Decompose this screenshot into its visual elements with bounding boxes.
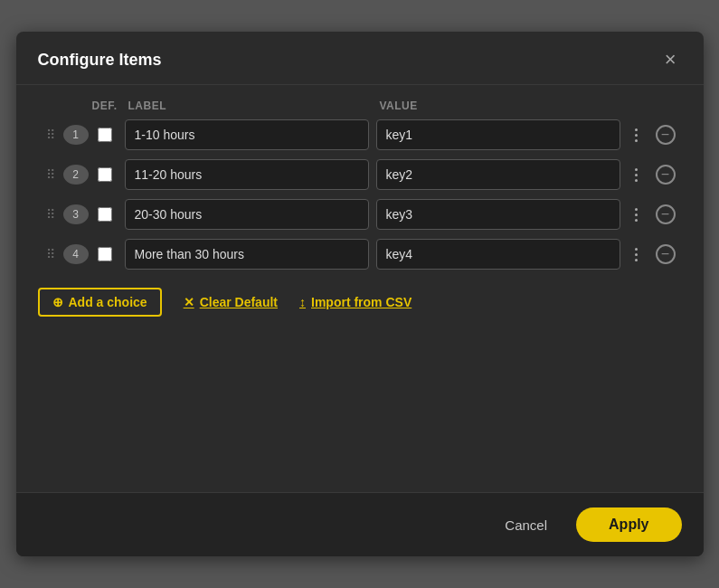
import-csv-button[interactable]: ↕ Import from CSV bbox=[299, 295, 412, 309]
add-choice-button[interactable]: ⊕ Add a choice bbox=[38, 288, 162, 317]
value-input[interactable] bbox=[376, 159, 620, 190]
row-menu-button[interactable] bbox=[624, 205, 649, 223]
modal-body: DEF. LABEL VALUE ⠿ 1 − bbox=[16, 85, 704, 492]
table-row: ⠿ 1 − bbox=[38, 119, 682, 150]
default-checkbox-cell bbox=[89, 207, 121, 222]
delete-cell: − bbox=[649, 244, 682, 264]
minus-circle-icon: − bbox=[656, 165, 676, 185]
import-icon: ↕ bbox=[299, 295, 306, 309]
kebab-icon bbox=[635, 245, 638, 263]
drag-handle[interactable]: ⠿ bbox=[38, 207, 63, 222]
modal-header: Configure Items × bbox=[16, 32, 704, 85]
default-checkbox-cell bbox=[89, 167, 121, 182]
default-checkbox[interactable] bbox=[98, 207, 112, 222]
delete-button[interactable]: − bbox=[656, 204, 676, 224]
minus-circle-icon: − bbox=[656, 125, 676, 145]
minus-circle-icon: − bbox=[656, 244, 676, 264]
rows-container: ⠿ 1 − ⠿ 2 bbox=[38, 119, 682, 270]
row-menu-button[interactable] bbox=[624, 166, 649, 184]
table-row: ⠿ 2 − bbox=[38, 159, 682, 190]
column-headers: DEF. LABEL VALUE bbox=[38, 100, 682, 119]
kebab-icon bbox=[635, 126, 638, 144]
label-input[interactable] bbox=[125, 159, 369, 190]
x-icon: ✕ bbox=[184, 295, 194, 309]
default-checkbox-cell bbox=[89, 128, 121, 142]
row-menu-button[interactable] bbox=[624, 245, 649, 263]
plus-icon: ⊕ bbox=[52, 295, 63, 309]
import-csv-label: Import from CSV bbox=[311, 295, 412, 309]
label-input[interactable] bbox=[125, 119, 369, 150]
clear-default-label: Clear Default bbox=[200, 295, 278, 309]
label-input[interactable] bbox=[125, 239, 369, 270]
cancel-button[interactable]: Cancel bbox=[487, 508, 565, 542]
row-number: 1 bbox=[63, 125, 89, 145]
delete-button[interactable]: − bbox=[656, 244, 676, 264]
action-bar: ⊕ Add a choice ✕ Clear Default ↕ Import … bbox=[38, 282, 682, 322]
default-checkbox[interactable] bbox=[98, 247, 112, 261]
delete-cell: − bbox=[649, 125, 682, 145]
delete-cell: − bbox=[649, 165, 682, 185]
default-checkbox[interactable] bbox=[98, 128, 112, 142]
value-input[interactable] bbox=[376, 119, 620, 150]
modal-footer: Cancel Apply bbox=[16, 492, 704, 556]
default-checkbox-cell bbox=[89, 247, 121, 261]
label-input[interactable] bbox=[125, 199, 369, 230]
drag-handle[interactable]: ⠿ bbox=[38, 128, 63, 142]
row-menu-button[interactable] bbox=[624, 126, 649, 144]
def-col-header: DEF. bbox=[89, 100, 121, 112]
table-row: ⠿ 3 − bbox=[38, 199, 682, 230]
configure-items-modal: Configure Items × DEF. LABEL VALUE ⠿ 1 bbox=[16, 32, 704, 556]
row-number: 2 bbox=[63, 165, 89, 185]
minus-circle-icon: − bbox=[656, 204, 676, 224]
default-checkbox[interactable] bbox=[98, 167, 112, 182]
delete-button[interactable]: − bbox=[656, 125, 676, 145]
drag-handle[interactable]: ⠿ bbox=[38, 247, 63, 261]
table-row: ⠿ 4 − bbox=[38, 239, 682, 270]
kebab-icon bbox=[635, 205, 638, 223]
row-number: 4 bbox=[63, 244, 89, 264]
clear-default-button[interactable]: ✕ Clear Default bbox=[184, 295, 278, 309]
kebab-icon bbox=[635, 166, 638, 184]
close-button[interactable]: × bbox=[659, 48, 682, 71]
delete-cell: − bbox=[649, 204, 682, 224]
value-col-header: VALUE bbox=[373, 100, 624, 112]
delete-button[interactable]: − bbox=[656, 165, 676, 185]
apply-button[interactable]: Apply bbox=[576, 507, 681, 542]
modal-title: Configure Items bbox=[38, 51, 162, 70]
value-input[interactable] bbox=[376, 199, 620, 230]
value-input[interactable] bbox=[376, 239, 620, 270]
drag-handle[interactable]: ⠿ bbox=[38, 167, 63, 182]
add-choice-label: Add a choice bbox=[69, 295, 147, 309]
label-col-header: LABEL bbox=[121, 100, 373, 112]
row-number: 3 bbox=[63, 204, 89, 224]
